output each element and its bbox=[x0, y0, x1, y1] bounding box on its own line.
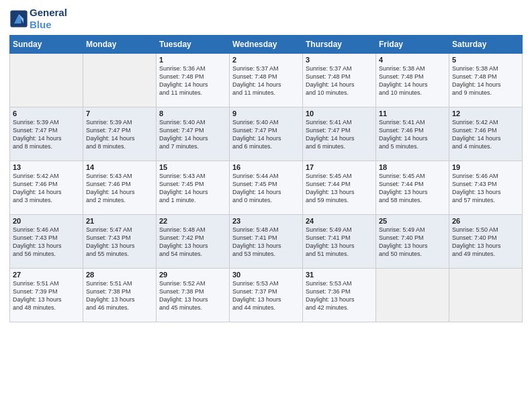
day-info: Sunrise: 5:49 AM Sunset: 7:40 PM Dayligh… bbox=[379, 226, 446, 259]
col-header-friday: Friday bbox=[376, 36, 449, 54]
day-info: Sunrise: 5:37 AM Sunset: 7:48 PM Dayligh… bbox=[306, 64, 373, 97]
day-info: Sunrise: 5:43 AM Sunset: 7:45 PM Dayligh… bbox=[159, 172, 226, 205]
week-row-2: 6Sunrise: 5:39 AM Sunset: 7:47 PM Daylig… bbox=[10, 107, 523, 161]
day-info: Sunrise: 5:39 AM Sunset: 7:47 PM Dayligh… bbox=[86, 118, 153, 151]
day-info: Sunrise: 5:46 AM Sunset: 7:43 PM Dayligh… bbox=[13, 226, 80, 259]
day-cell: 10Sunrise: 5:41 AM Sunset: 7:47 PM Dayli… bbox=[303, 107, 376, 161]
day-cell: 29Sunrise: 5:52 AM Sunset: 7:38 PM Dayli… bbox=[157, 269, 230, 322]
day-cell: 13Sunrise: 5:42 AM Sunset: 7:46 PM Dayli… bbox=[10, 161, 83, 215]
day-info: Sunrise: 5:53 AM Sunset: 7:36 PM Dayligh… bbox=[306, 279, 373, 312]
day-cell: 28Sunrise: 5:51 AM Sunset: 7:38 PM Dayli… bbox=[83, 269, 157, 322]
day-number: 20 bbox=[13, 217, 80, 225]
page-header: General Blue bbox=[9, 7, 523, 31]
day-info: Sunrise: 5:45 AM Sunset: 7:44 PM Dayligh… bbox=[379, 172, 446, 205]
day-info: Sunrise: 5:51 AM Sunset: 7:38 PM Dayligh… bbox=[86, 279, 153, 312]
day-number: 3 bbox=[306, 56, 373, 64]
col-header-saturday: Saturday bbox=[449, 36, 523, 54]
day-cell: 6Sunrise: 5:39 AM Sunset: 7:47 PM Daylig… bbox=[10, 107, 83, 161]
day-cell: 9Sunrise: 5:40 AM Sunset: 7:47 PM Daylig… bbox=[230, 107, 303, 161]
day-cell: 8Sunrise: 5:40 AM Sunset: 7:47 PM Daylig… bbox=[157, 107, 230, 161]
day-info: Sunrise: 5:50 AM Sunset: 7:40 PM Dayligh… bbox=[452, 226, 519, 259]
day-number: 2 bbox=[232, 56, 300, 64]
day-number: 6 bbox=[13, 109, 80, 118]
day-number: 17 bbox=[306, 163, 373, 171]
day-info: Sunrise: 5:36 AM Sunset: 7:48 PM Dayligh… bbox=[159, 64, 226, 97]
day-info: Sunrise: 5:41 AM Sunset: 7:46 PM Dayligh… bbox=[379, 118, 446, 151]
day-number: 26 bbox=[452, 217, 519, 225]
day-info: Sunrise: 5:37 AM Sunset: 7:48 PM Dayligh… bbox=[232, 64, 300, 97]
day-cell: 19Sunrise: 5:46 AM Sunset: 7:43 PM Dayli… bbox=[449, 161, 523, 215]
col-header-wednesday: Wednesday bbox=[230, 36, 303, 54]
col-header-thursday: Thursday bbox=[303, 36, 376, 54]
day-info: Sunrise: 5:41 AM Sunset: 7:47 PM Dayligh… bbox=[306, 118, 373, 151]
day-number: 7 bbox=[86, 109, 153, 118]
day-number: 5 bbox=[452, 56, 519, 64]
day-info: Sunrise: 5:47 AM Sunset: 7:43 PM Dayligh… bbox=[86, 226, 153, 259]
day-cell: 1Sunrise: 5:36 AM Sunset: 7:48 PM Daylig… bbox=[157, 54, 230, 107]
day-number: 10 bbox=[306, 109, 373, 118]
day-number: 8 bbox=[159, 109, 226, 118]
day-number: 19 bbox=[452, 163, 519, 171]
day-number: 25 bbox=[379, 217, 446, 225]
week-row-1: 1Sunrise: 5:36 AM Sunset: 7:48 PM Daylig… bbox=[10, 54, 523, 107]
day-info: Sunrise: 5:38 AM Sunset: 7:48 PM Dayligh… bbox=[452, 64, 519, 97]
day-number: 22 bbox=[159, 217, 226, 225]
day-info: Sunrise: 5:42 AM Sunset: 7:46 PM Dayligh… bbox=[452, 118, 519, 151]
day-cell: 30Sunrise: 5:53 AM Sunset: 7:37 PM Dayli… bbox=[230, 269, 303, 322]
day-info: Sunrise: 5:43 AM Sunset: 7:46 PM Dayligh… bbox=[86, 172, 153, 205]
day-info: Sunrise: 5:53 AM Sunset: 7:37 PM Dayligh… bbox=[232, 279, 300, 312]
day-number: 21 bbox=[86, 217, 153, 225]
day-cell bbox=[83, 54, 157, 107]
col-header-monday: Monday bbox=[83, 36, 157, 54]
calendar-header-row: SundayMondayTuesdayWednesdayThursdayFrid… bbox=[10, 36, 523, 54]
day-number: 1 bbox=[159, 56, 226, 64]
day-cell bbox=[10, 54, 83, 107]
day-cell: 16Sunrise: 5:44 AM Sunset: 7:45 PM Dayli… bbox=[230, 161, 303, 215]
day-cell: 24Sunrise: 5:49 AM Sunset: 7:41 PM Dayli… bbox=[303, 215, 376, 269]
day-cell: 12Sunrise: 5:42 AM Sunset: 7:46 PM Dayli… bbox=[449, 107, 523, 161]
day-info: Sunrise: 5:46 AM Sunset: 7:43 PM Dayligh… bbox=[452, 172, 519, 205]
day-cell: 22Sunrise: 5:48 AM Sunset: 7:42 PM Dayli… bbox=[157, 215, 230, 269]
week-row-5: 27Sunrise: 5:51 AM Sunset: 7:39 PM Dayli… bbox=[10, 269, 523, 322]
day-cell: 27Sunrise: 5:51 AM Sunset: 7:39 PM Dayli… bbox=[10, 269, 83, 322]
day-cell: 21Sunrise: 5:47 AM Sunset: 7:43 PM Dayli… bbox=[83, 215, 157, 269]
day-number: 12 bbox=[452, 109, 519, 118]
day-info: Sunrise: 5:42 AM Sunset: 7:46 PM Dayligh… bbox=[13, 172, 80, 205]
day-number: 31 bbox=[306, 271, 373, 279]
page-container: General Blue SundayMondayTuesdayWednesda… bbox=[0, 0, 532, 329]
day-number: 14 bbox=[86, 163, 153, 171]
day-number: 9 bbox=[232, 109, 300, 118]
day-number: 18 bbox=[379, 163, 446, 171]
day-info: Sunrise: 5:45 AM Sunset: 7:44 PM Dayligh… bbox=[306, 172, 373, 205]
day-cell: 20Sunrise: 5:46 AM Sunset: 7:43 PM Dayli… bbox=[10, 215, 83, 269]
day-cell: 31Sunrise: 5:53 AM Sunset: 7:36 PM Dayli… bbox=[303, 269, 376, 322]
day-cell: 4Sunrise: 5:38 AM Sunset: 7:48 PM Daylig… bbox=[376, 54, 449, 107]
day-info: Sunrise: 5:48 AM Sunset: 7:42 PM Dayligh… bbox=[159, 226, 226, 259]
day-info: Sunrise: 5:44 AM Sunset: 7:45 PM Dayligh… bbox=[232, 172, 300, 205]
day-cell: 23Sunrise: 5:48 AM Sunset: 7:41 PM Dayli… bbox=[230, 215, 303, 269]
week-row-4: 20Sunrise: 5:46 AM Sunset: 7:43 PM Dayli… bbox=[10, 215, 523, 269]
col-header-sunday: Sunday bbox=[10, 36, 83, 54]
day-number: 11 bbox=[379, 109, 446, 118]
day-info: Sunrise: 5:51 AM Sunset: 7:39 PM Dayligh… bbox=[13, 279, 80, 312]
day-number: 23 bbox=[232, 217, 300, 225]
logo: General Blue bbox=[9, 7, 67, 31]
day-number: 28 bbox=[86, 271, 153, 279]
day-cell bbox=[376, 269, 449, 322]
day-cell: 11Sunrise: 5:41 AM Sunset: 7:46 PM Dayli… bbox=[376, 107, 449, 161]
day-cell: 14Sunrise: 5:43 AM Sunset: 7:46 PM Dayli… bbox=[83, 161, 157, 215]
day-cell: 25Sunrise: 5:49 AM Sunset: 7:40 PM Dayli… bbox=[376, 215, 449, 269]
day-number: 15 bbox=[159, 163, 226, 171]
day-number: 29 bbox=[159, 271, 226, 279]
day-info: Sunrise: 5:38 AM Sunset: 7:48 PM Dayligh… bbox=[379, 64, 446, 97]
day-info: Sunrise: 5:49 AM Sunset: 7:41 PM Dayligh… bbox=[306, 226, 373, 259]
day-number: 13 bbox=[13, 163, 80, 171]
day-number: 4 bbox=[379, 56, 446, 64]
day-info: Sunrise: 5:52 AM Sunset: 7:38 PM Dayligh… bbox=[159, 279, 226, 312]
day-number: 16 bbox=[232, 163, 300, 171]
logo-icon bbox=[9, 9, 28, 28]
day-number: 27 bbox=[13, 271, 80, 279]
day-cell: 5Sunrise: 5:38 AM Sunset: 7:48 PM Daylig… bbox=[449, 54, 523, 107]
day-info: Sunrise: 5:40 AM Sunset: 7:47 PM Dayligh… bbox=[159, 118, 226, 151]
logo-text: General Blue bbox=[30, 7, 67, 31]
